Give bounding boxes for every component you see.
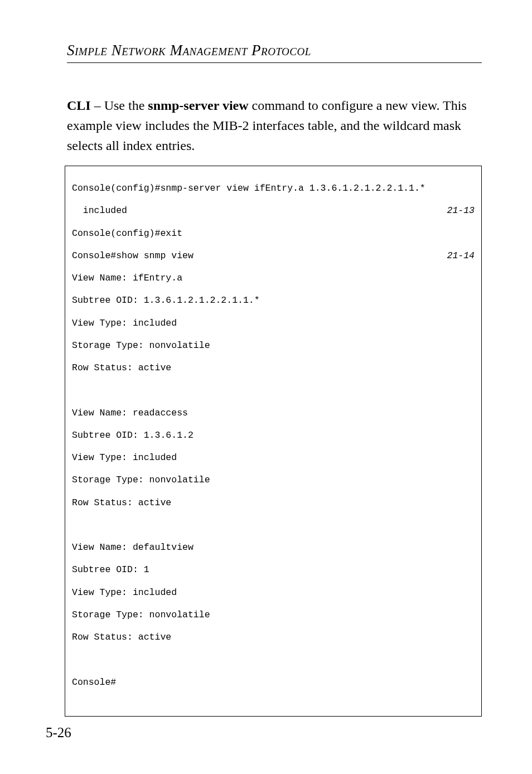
code-line: View Name: readaccess [72,408,475,419]
code-line: Subtree OID: 1 [72,564,475,575]
code-line: Row Status: active [72,362,475,374]
code-line: Console(config)#snmp-server view ifEntry… [72,183,475,194]
code-line: Console#show snmp view21-14 [72,250,475,262]
code-line: Subtree OID: 1.3.6.1.2.1.2.2.1.1.* [72,295,475,306]
code-ref: 21-13 [442,205,475,216]
code-line: Storage Type: nonvolatile [72,340,475,351]
code-line: included21-13 [72,205,475,216]
cli-label: CLI [67,98,91,113]
code-line: Row Status: active [72,497,475,509]
title-rule [67,62,482,63]
code-ref: 21-14 [442,250,475,262]
code-line [72,385,475,396]
code-line [72,520,475,531]
code-line: Console# [72,677,475,688]
code-line: Row Status: active [72,632,475,643]
code-line: Console(config)#exit [72,228,475,239]
code-line: Storage Type: nonvolatile [72,609,475,621]
code-line: View Type: included [72,452,475,463]
code-text: Console#show snmp view [72,250,194,262]
code-block: Console(config)#snmp-server view ifEntry… [65,166,482,717]
code-line [72,654,475,665]
body-paragraph: CLI – Use the snmp-server view command t… [67,95,482,156]
command-name: snmp-server view [148,98,248,113]
code-line: View Name: defaultview [72,542,475,553]
body-sep: – Use the [91,98,148,113]
code-line: Subtree OID: 1.3.6.1.2 [72,430,475,441]
code-line: View Type: included [72,318,475,329]
code-text: included [72,205,127,216]
page-number: 5-26 [46,725,71,741]
code-line: View Type: included [72,587,475,598]
code-line: Storage Type: nonvolatile [72,475,475,486]
code-line: View Name: ifEntry.a [72,273,475,284]
chapter-title: Simple Network Management Protocol [67,42,482,59]
